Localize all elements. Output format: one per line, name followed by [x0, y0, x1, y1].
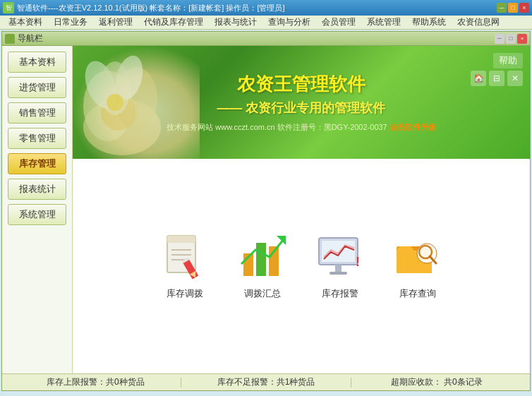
icon-item-kudiao[interactable]: 库存调拨: [160, 232, 210, 300]
nav-content: 基本资料 进货管理 销售管理 零售管理 库存管理 报表统计 系统管理: [2, 46, 530, 373]
main-area: 帮助 🏠 ⊟ ✕ 农资王管理软件 —— 农资行业专用的管理软件 技术服务网站 w…: [73, 46, 530, 373]
svg-text:!: !: [356, 255, 360, 269]
app-icon: 智: [3, 2, 14, 13]
menu-consign-stock[interactable]: 代销及库存管理: [138, 16, 209, 29]
sidebar-item-retail[interactable]: 零售管理: [8, 128, 66, 149]
banner-center: 农资王管理软件 —— 农资行业专用的管理软件 技术服务网站 www.cczt.c…: [167, 72, 436, 133]
menu-bar: 基本资料 日常业务 返利管理 代销及库存管理 报表与统计 查询与分析 会员管理 …: [0, 16, 532, 30]
chaxun-icon: [393, 232, 442, 282]
banner-subtitle: —— 农资行业专用的管理软件: [167, 100, 436, 116]
nav-maximize-button[interactable]: □: [506, 34, 516, 44]
title-text: 智通软件----农资王V2.12.10.1(试用版) 帐套名称：[新建帐套] 操…: [17, 3, 497, 13]
tiaohui-label: 调拨汇总: [244, 287, 281, 300]
help-button[interactable]: 帮助: [493, 53, 523, 68]
status-lower-limit: 库存不足报警：共1种货品: [181, 376, 351, 388]
tiaohui-icon: [238, 232, 287, 282]
sidebar: 基本资料 进货管理 销售管理 零售管理 库存管理 报表统计 系统管理: [2, 46, 73, 373]
svg-rect-9: [167, 236, 195, 243]
maximize-button[interactable]: □: [508, 3, 518, 13]
svg-rect-23: [330, 272, 347, 275]
title-bar: 智 智通软件----农资王V2.12.10.1(试用版) 帐套名称：[新建帐套]…: [0, 0, 532, 16]
banner-title: 农资王管理软件: [167, 72, 436, 97]
sidebar-item-purchase[interactable]: 进货管理: [8, 77, 66, 98]
icon-item-baojing[interactable]: ! 库存报警: [315, 232, 365, 300]
menu-basic-info[interactable]: 基本资料: [3, 16, 48, 29]
banner-info-prefix: 技术服务网站 www.cczt.com.cn 软件注册号：黑DGY-2002-0…: [167, 123, 389, 131]
menu-query[interactable]: 查询与分析: [262, 16, 316, 29]
icon-grid: 库存调拨 调拨汇总: [73, 159, 530, 373]
menu-members[interactable]: 会员管理: [316, 16, 361, 29]
sidebar-item-stock[interactable]: 库存管理: [8, 153, 66, 174]
window-icon-btn[interactable]: ⊟: [489, 71, 504, 86]
kudiao-label: 库存调拨: [167, 287, 203, 300]
menu-help[interactable]: 帮助系统: [406, 16, 452, 29]
baojing-icon: !: [315, 232, 365, 282]
icon-item-tiaohui[interactable]: 调拨汇总: [238, 232, 287, 300]
sidebar-item-sales[interactable]: 销售管理: [8, 102, 66, 124]
nav-window: 导航栏 ─ □ × 基本资料 进货管理 销售管理 零售管理 库存管理 报表统计 …: [1, 31, 531, 391]
close-icon-btn[interactable]: ✕: [507, 71, 523, 86]
window-controls: ─ □ ×: [497, 3, 529, 13]
top-icons: 🏠 ⊟ ✕: [471, 71, 523, 86]
menu-daily-business[interactable]: 日常业务: [48, 16, 93, 29]
nav-window-title: 导航栏: [18, 32, 495, 44]
header-banner: 帮助 🏠 ⊟ ✕ 农资王管理软件 —— 农资行业专用的管理软件 技术服务网站 w…: [73, 46, 530, 159]
sidebar-item-basic-info[interactable]: 基本资料: [8, 52, 66, 73]
kudiao-icon: [160, 232, 210, 282]
nav-window-controls: ─ □ ×: [495, 34, 527, 44]
banner-upgrade-link[interactable]: 点击软件升级: [389, 123, 436, 131]
menu-system[interactable]: 系统管理: [361, 16, 406, 29]
status-bar: 库存上限报警：共0种货品 库存不足报警：共1种货品 超期应收款： 共0条记录: [2, 373, 530, 390]
svg-rect-21: [322, 241, 355, 262]
baojing-label: 库存报警: [322, 287, 358, 300]
banner-info: 技术服务网站 www.cczt.com.cn 软件注册号：黑DGY-2002-0…: [167, 122, 436, 133]
icon-item-chaxun[interactable]: 库存查询: [393, 232, 442, 300]
menu-agri-info[interactable]: 农资信息网: [452, 16, 505, 29]
close-button[interactable]: ×: [519, 3, 529, 13]
svg-rect-17: [256, 243, 266, 276]
status-upper-limit: 库存上限报警：共0种货品: [11, 376, 181, 388]
menu-reports[interactable]: 报表与统计: [209, 16, 262, 29]
svg-point-7: [107, 94, 123, 111]
sidebar-item-report[interactable]: 报表统计: [8, 179, 66, 200]
status-overdue: 超期应收款： 共0条记录: [351, 376, 521, 388]
chaxun-label: 库存查询: [399, 287, 436, 300]
sidebar-item-system[interactable]: 系统管理: [8, 204, 66, 225]
home-icon-btn[interactable]: 🏠: [471, 71, 486, 86]
menu-rebate[interactable]: 返利管理: [93, 16, 138, 29]
svg-rect-22: [335, 265, 341, 272]
nav-window-icon: [5, 34, 15, 44]
nav-close-button[interactable]: ×: [517, 34, 527, 44]
nav-titlebar: 导航栏 ─ □ ×: [2, 32, 530, 46]
nav-minimize-button[interactable]: ─: [495, 34, 504, 44]
minimize-button[interactable]: ─: [497, 3, 507, 13]
